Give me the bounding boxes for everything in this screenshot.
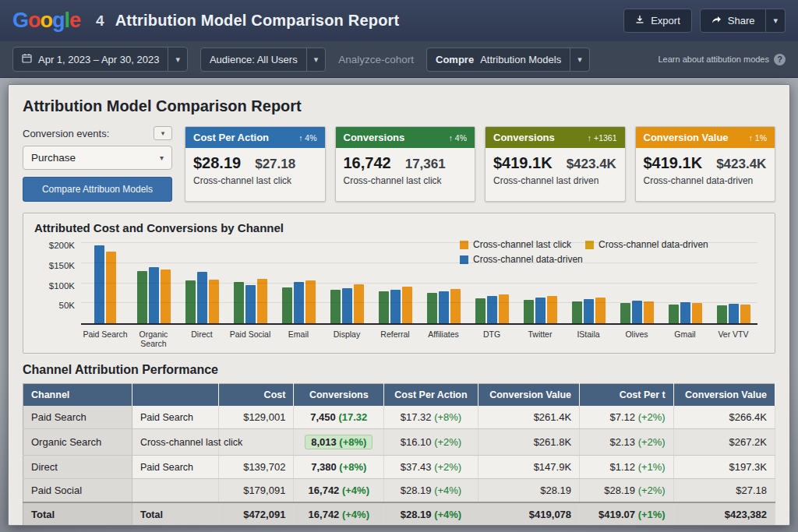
help-icon[interactable]: ? (774, 54, 786, 65)
delta-value: (+2%) (638, 411, 666, 423)
kpi-card-header: Conversions↑ 4% (336, 127, 475, 148)
delta-value: (+8%) (339, 461, 366, 473)
table-cell: $423,382 (673, 502, 775, 526)
export-button[interactable]: Export (623, 9, 692, 33)
table-cell: $261.8K (478, 429, 579, 456)
x-axis-label: Twitter (516, 326, 564, 348)
table-cell: $28.19 (478, 479, 579, 503)
channel-cell[interactable]: Organic Search (23, 429, 132, 456)
column-header[interactable]: Channel (23, 384, 132, 407)
x-axis-label: IStaila (564, 326, 613, 348)
table-cell: 16,742 (+4%) (294, 502, 384, 526)
bar (644, 301, 654, 323)
channel-cell[interactable]: Paid Search (23, 406, 132, 429)
bar-group (226, 279, 274, 323)
report-panel: Attribution Model Comparison Report Conv… (8, 84, 790, 526)
gridline (81, 262, 757, 263)
table-cell: $266.4K (673, 406, 775, 429)
kpi-value-secondary: $27.18 (255, 157, 295, 172)
x-axis-label: Organic Search (129, 326, 178, 348)
column-header[interactable]: Conversions (294, 384, 384, 407)
share-button[interactable]: Share (700, 9, 767, 33)
bar (547, 296, 557, 323)
chevron-down-icon: ▾ (314, 55, 319, 65)
kpi-card-delta: ↑ 1% (749, 133, 767, 143)
gridline (81, 242, 757, 243)
date-range-label: Apr 1, 2023 – Apr 30, 2023 (38, 54, 159, 65)
table-title: Channel Attribution Performance (23, 363, 775, 377)
column-header[interactable]: Cost Per t (580, 384, 674, 407)
table-cell: 7,450 (17.32 (294, 406, 384, 429)
kpi-card: Cost Per Action↑ 4%$28.19$27.18Cross-cha… (185, 126, 326, 202)
conversion-event-select[interactable]: Purchase ▾ (23, 146, 172, 170)
audience-selector[interactable]: Audience: All Users ▾ (200, 48, 326, 72)
x-axis-label: Olives (613, 326, 661, 348)
conversion-events-mini-dropdown[interactable]: ▾ (154, 126, 172, 140)
page-number: 4 (96, 12, 104, 30)
gridline (81, 283, 757, 284)
kpi-card-subtitle: Cross-channel last click (185, 174, 325, 193)
legend-item: Cross-channel data-driven (585, 239, 708, 250)
toolbar: Apr 1, 2023 – Apr 30, 2023 ▾ Audience: A… (0, 41, 798, 78)
share-label: Share (728, 15, 755, 26)
column-header[interactable]: Conversion Value (673, 384, 775, 407)
table-cell: $27.18 (673, 479, 775, 503)
bar (535, 298, 546, 323)
kpi-card: Conversions↑ +1361$419.1K$423.4KCross-ch… (485, 126, 626, 202)
date-range-picker[interactable]: Apr 1, 2023 – Apr 30, 2023 ▾ (12, 47, 188, 72)
compare-label: Attribution Models (480, 54, 561, 65)
bar (487, 296, 497, 323)
table-cell: $147.9K (478, 456, 579, 479)
bar-group (661, 302, 709, 323)
bar (342, 288, 352, 323)
column-header[interactable]: Cost (218, 384, 294, 407)
kpi-card-subtitle: Cross-channel last click (336, 174, 475, 193)
table-cell: 16,742 (+4%) (294, 479, 384, 503)
attribution-table: ChannelCostConversionsCost Per ActionCon… (23, 383, 775, 526)
bar (354, 284, 364, 323)
chart-title: Attributed Cost and Conversions by Chann… (34, 221, 764, 234)
channel-cell[interactable]: Paid Social (23, 479, 132, 503)
channel-cell[interactable]: Direct (23, 456, 132, 479)
audience-caret[interactable]: ▾ (306, 48, 326, 71)
bar (595, 298, 606, 323)
table-cell: $16.10 (+2%) (384, 429, 478, 456)
x-axis-label: Direct (178, 326, 226, 348)
table-cell: $28.19 (+4%) (384, 502, 478, 526)
kpi-value-secondary: $423.4K (567, 157, 616, 172)
chart-section: Attributed Cost and Conversions by Chann… (23, 213, 775, 354)
x-axis-label: Ver VTV (709, 326, 757, 348)
legend-item: Cross-channel last click (460, 239, 571, 250)
bar (620, 303, 630, 323)
kpi-card-header: Conversions↑ +1361 (486, 127, 625, 148)
bar (161, 270, 171, 323)
compare-caret[interactable]: ▾ (570, 48, 589, 71)
bar (379, 291, 389, 323)
chevron-down-icon: ▾ (175, 55, 180, 65)
logo-letter: o (41, 9, 53, 32)
column-header[interactable]: Conversion Value (478, 384, 579, 407)
bar-group (564, 298, 613, 323)
kpi-value-primary: $419.1K (644, 154, 703, 172)
compare-attribution-models-selector[interactable]: Compre Attribution Models ▾ (426, 48, 590, 72)
logo-letter: e (69, 9, 80, 32)
compare-attribution-models-button[interactable]: Compare Attribuon Models (23, 177, 172, 202)
table-cell: $37.43 (+2%) (384, 456, 478, 479)
learn-link[interactable]: Learn about attibution modes ? (659, 54, 786, 65)
table-cell: $17.32 (+8%) (384, 406, 478, 429)
column-header[interactable]: Cost Per Action (384, 384, 478, 407)
column-header[interactable] (132, 384, 218, 407)
bar (499, 294, 509, 323)
legend-item: Cross-channel data-driven (460, 254, 583, 265)
bar-group (371, 287, 419, 323)
download-icon (635, 15, 644, 26)
conversion-event-controls: Conversion events: ▾ Purchase ▾ Compare … (23, 126, 172, 202)
table-cell: $28.19 (+4%) (384, 479, 478, 503)
bar-group (419, 289, 468, 323)
share-dropdown-button[interactable]: ▾ (766, 9, 786, 33)
delta-value: (17.32 (338, 411, 367, 423)
bar-group (323, 284, 371, 323)
bar-group (613, 301, 661, 323)
table-cell: Paid Search (132, 456, 218, 479)
date-range-caret[interactable]: ▾ (168, 48, 187, 71)
